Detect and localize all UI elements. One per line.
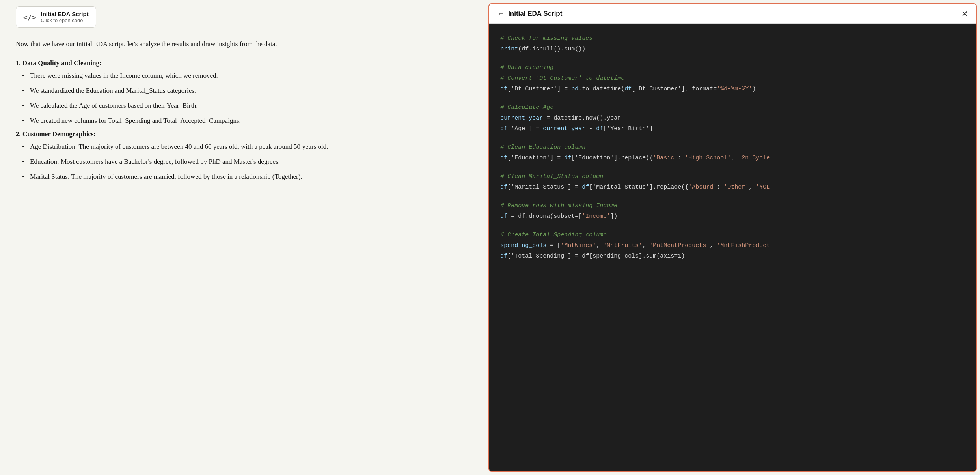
code-comment-7: # Remove rows with missing Income bbox=[500, 200, 965, 211]
code-line-marital: df['Marital_Status'] = df['Marital_Statu… bbox=[500, 182, 965, 193]
code-card-title: Initial EDA Script bbox=[41, 11, 89, 17]
left-panel: </> Initial EDA Script Click to open cod… bbox=[0, 0, 488, 475]
code-comment-3: # Convert 'Dt_Customer' to datetime bbox=[500, 73, 965, 84]
code-viewer-title: Initial EDA Script bbox=[508, 10, 562, 18]
section-1-bullets: There were missing values in the Income … bbox=[22, 70, 473, 126]
code-viewer-header: ← Initial EDA Script ✕ bbox=[489, 4, 976, 24]
list-item: Age Distribution: The majority of custom… bbox=[22, 141, 473, 152]
code-line-age: df['Age'] = current_year - df['Year_Birt… bbox=[500, 123, 965, 134]
code-comment-1: # Check for missing values bbox=[500, 33, 965, 44]
intro-text: Now that we have our initial EDA script,… bbox=[16, 39, 473, 50]
list-item: We created new columns for Total_Spendin… bbox=[22, 115, 473, 126]
code-card-text: Initial EDA Script Click to open code bbox=[41, 11, 89, 23]
code-line-spending-cols: spending_cols = ['MntWines', 'MntFruits'… bbox=[500, 240, 965, 251]
code-line-2: print(df.isnull().sum()) bbox=[500, 44, 965, 54]
code-line-dt: df['Dt_Customer'] = pd.to_datetime(df['D… bbox=[500, 84, 965, 94]
code-header-left: ← Initial EDA Script bbox=[497, 9, 562, 18]
code-comment-2: # Data cleaning bbox=[500, 62, 965, 73]
list-item: We standardized the Education and Marita… bbox=[22, 85, 473, 96]
list-item: We calculated the Age of customers based… bbox=[22, 100, 473, 111]
code-comment-4: # Calculate Age bbox=[500, 102, 965, 113]
code-comment-8: # Create Total_Spending column bbox=[500, 230, 965, 240]
code-line-year: current_year = datetime.now().year bbox=[500, 113, 965, 123]
sections-container: 1. Data Quality and Cleaning: There were… bbox=[16, 58, 473, 186]
section-2-bullets: Age Distribution: The majority of custom… bbox=[22, 141, 473, 182]
code-card-subtitle: Click to open code bbox=[41, 17, 89, 23]
close-button[interactable]: ✕ bbox=[961, 10, 968, 18]
list-item: Marital Status: The majority of customer… bbox=[22, 171, 473, 182]
code-comment-5: # Clean Education column bbox=[500, 142, 965, 153]
code-content-area[interactable]: # Check for missing values print(df.isnu… bbox=[489, 24, 976, 471]
section-1: 1. Data Quality and Cleaning: There were… bbox=[16, 59, 473, 126]
code-viewer-panel: ← Initial EDA Script ✕ # Check for missi… bbox=[488, 3, 977, 472]
code-line-dropna: df = df.dropna(subset=['Income']) bbox=[500, 211, 965, 222]
code-line-total-spending: df['Total_Spending'] = df[spending_cols]… bbox=[500, 251, 965, 262]
back-button[interactable]: ← bbox=[497, 9, 504, 18]
list-item: There were missing values in the Income … bbox=[22, 70, 473, 81]
section-1-heading: 1. Data Quality and Cleaning: bbox=[16, 59, 473, 67]
code-comment-6: # Clean Marital_Status column bbox=[500, 171, 965, 182]
list-item: Education: Most customers have a Bachelo… bbox=[22, 156, 473, 167]
section-2: 2. Customer Demographics: Age Distributi… bbox=[16, 130, 473, 182]
code-card[interactable]: </> Initial EDA Script Click to open cod… bbox=[16, 6, 96, 28]
section-2-heading: 2. Customer Demographics: bbox=[16, 130, 473, 138]
code-line-edu: df['Education'] = df['Education'].replac… bbox=[500, 153, 965, 163]
code-icon: </> bbox=[23, 13, 36, 21]
